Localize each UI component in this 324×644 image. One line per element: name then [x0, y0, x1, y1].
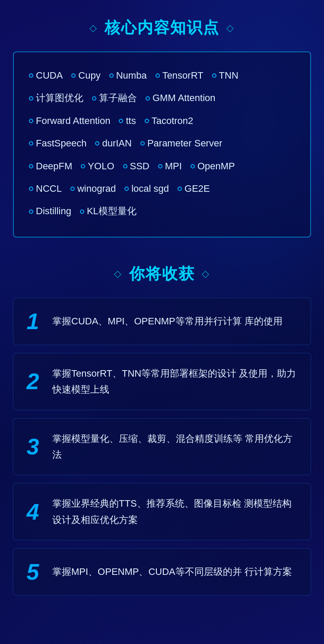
kw-openmp: OpenMP	[191, 156, 235, 177]
benefit-card-4: 4 掌握业界经典的TTS、推荐系统、图像目标检 测模型结构设计及相应优化方案	[13, 483, 311, 540]
benefit-card-1: 1 掌握CUDA、MPI、OPENMP等常用并行计算 库的使用	[13, 298, 311, 345]
benefit-number-4: 4	[22, 501, 44, 523]
benefit-text-4: 掌握业界经典的TTS、推荐系统、图像目标检 测模型结构设计及相应优化方案	[52, 495, 298, 528]
keyword-row-6: NCCL winograd local sgd GE2E	[29, 178, 295, 199]
kw-local-sgd: local sgd	[124, 178, 169, 199]
kw-dot	[29, 73, 33, 78]
kw-tts: tts	[119, 111, 136, 131]
kw-cupy: Cupy	[71, 65, 100, 86]
kw-dot	[29, 164, 33, 168]
section1-title-text: 核心内容知识点	[105, 17, 219, 38]
benefit-number-3: 3	[22, 435, 44, 458]
keyword-row-5: DeepFM YOLO SSD MPI OpenMP	[29, 156, 295, 177]
kw-durian: durIAN	[95, 133, 131, 154]
kw-dot	[70, 187, 75, 191]
benefit-card-2: 2 掌握TensorRT、TNN等常用部署框架的设计 及使用，助力快速模型上线	[13, 353, 311, 410]
kw-distilling: Distilling	[29, 201, 71, 222]
section2-title-text: 你将收获	[129, 263, 195, 285]
section1-title: ◇ 核心内容知识点 ◇	[13, 17, 311, 38]
benefit-text-5: 掌握MPI、OPENMP、CUDA等不同层级的并 行计算方案	[52, 564, 292, 580]
benefit-number-5: 5	[22, 561, 44, 583]
deco-left-1: ◇	[89, 22, 98, 34]
benefit-card-3: 3 掌握模型量化、压缩、裁剪、混合精度训练等 常用优化方法	[13, 418, 311, 476]
kw-dot	[29, 96, 33, 101]
kw-mpi: MPI	[158, 156, 182, 177]
kw-dot	[158, 164, 162, 168]
kw-dot	[146, 96, 150, 101]
kw-dot	[92, 96, 96, 101]
kw-ssd: SSD	[123, 156, 149, 177]
keyword-row-3: Forward Attention tts Tacotron2	[29, 111, 295, 131]
kw-dot	[212, 73, 216, 78]
kw-param-server: Parameter Server	[140, 133, 222, 154]
benefit-number-2: 2	[22, 370, 44, 393]
kw-dot	[109, 73, 114, 78]
kw-dot	[178, 187, 182, 191]
kw-dot	[80, 209, 84, 214]
section2: ◇ 你将收获 ◇ 1 掌握CUDA、MPI、OPENMP等常用并行计算 库的使用…	[13, 263, 311, 596]
section2-title: ◇ 你将收获 ◇	[13, 263, 311, 285]
kw-numba: Numba	[109, 65, 147, 86]
kw-calc-graph: 计算图优化	[29, 88, 83, 108]
benefit-text-3: 掌握模型量化、压缩、裁剪、混合精度训练等 常用优化方法	[52, 431, 298, 463]
deco-right-2: ◇	[202, 268, 210, 279]
benefit-card-5: 5 掌握MPI、OPENMP、CUDA等不同层级的并 行计算方案	[13, 548, 311, 596]
benefit-number-1: 1	[22, 310, 44, 333]
keywords-box: CUDA Cupy Numba TensorRT TNN 计算图优化 算子融合 …	[13, 51, 311, 238]
benefit-text-1: 掌握CUDA、MPI、OPENMP等常用并行计算 库的使用	[52, 313, 283, 329]
kw-dot	[124, 187, 129, 191]
deco-left-2: ◇	[114, 268, 122, 279]
kw-dot	[156, 73, 160, 78]
kw-winograd: winograd	[70, 178, 116, 199]
keyword-row-7: Distilling KL模型量化	[29, 201, 295, 222]
kw-dot	[29, 119, 33, 123]
kw-tacotron2: Tacotron2	[145, 111, 194, 131]
kw-kl-quantize: KL模型量化	[80, 201, 137, 222]
benefit-text-2: 掌握TensorRT、TNN等常用部署框架的设计 及使用，助力快速模型上线	[52, 365, 298, 398]
kw-tensorrt: TensorRT	[156, 65, 203, 86]
keyword-row-4: FastSpeech durIAN Parameter Server	[29, 133, 295, 154]
kw-tnn: TNN	[212, 65, 238, 86]
kw-ge2e: GE2E	[178, 178, 210, 199]
kw-gmm-attention: GMM Attention	[146, 88, 216, 108]
kw-dot	[81, 164, 85, 168]
kw-dot	[119, 119, 123, 123]
kw-dot	[71, 73, 76, 78]
kw-deepfm: DeepFM	[29, 156, 72, 177]
kw-dot	[29, 209, 33, 214]
kw-dot	[145, 119, 149, 123]
kw-cuda: CUDA	[29, 65, 63, 86]
kw-yolo: YOLO	[81, 156, 114, 177]
kw-forward-attention: Forward Attention	[29, 111, 110, 131]
kw-dot	[29, 187, 33, 191]
kw-dot	[191, 164, 195, 168]
kw-dot	[95, 141, 99, 146]
keyword-row-2: 计算图优化 算子融合 GMM Attention	[29, 88, 295, 108]
deco-right-1: ◇	[226, 22, 235, 34]
kw-nccl: NCCL	[29, 178, 62, 199]
kw-fastspeech: FastSpeech	[29, 133, 86, 154]
kw-dot	[123, 164, 127, 168]
kw-dot	[140, 141, 145, 146]
kw-op-fusion: 算子融合	[92, 88, 137, 108]
keyword-row-1: CUDA Cupy Numba TensorRT TNN	[29, 65, 295, 86]
kw-dot	[29, 141, 33, 146]
